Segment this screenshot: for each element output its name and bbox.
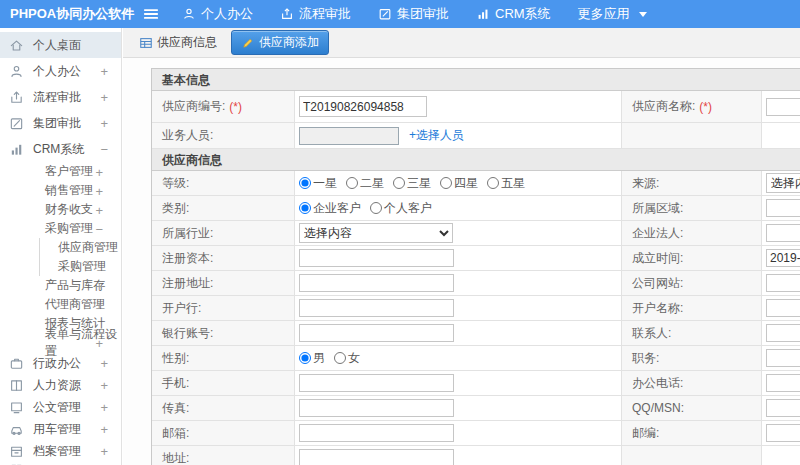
radio-category[interactable] xyxy=(370,202,382,214)
expander-icon[interactable]: + xyxy=(100,90,108,105)
tab-supplier-info[interactable]: 供应商信息 xyxy=(135,30,221,55)
radio-option-gender-0[interactable]: 男 xyxy=(299,350,325,367)
label-category: 类别: xyxy=(162,200,189,217)
field-business-staff-input[interactable] xyxy=(299,127,399,145)
radio-gender[interactable] xyxy=(334,352,346,364)
topnav-workflow-approval[interactable]: 流程审批 xyxy=(280,5,351,23)
label-company-website: 公司网站: xyxy=(632,275,683,292)
expander-icon[interactable]: + xyxy=(95,297,103,312)
sidebar-item-流程审批[interactable]: 流程审批+ xyxy=(0,84,121,110)
sidebar-item-label: 客户管理 xyxy=(45,163,93,180)
field-founding-date-input[interactable] xyxy=(766,249,800,267)
label-cell: 邮编: xyxy=(622,421,762,445)
sidebar-item-个人桌面[interactable]: 个人桌面 xyxy=(0,32,121,58)
sidebar-item-CRM系统[interactable]: CRM系统− xyxy=(0,136,121,162)
field-bank-branch-input[interactable] xyxy=(299,299,454,317)
field-cell xyxy=(295,321,622,345)
table-icon xyxy=(139,36,153,50)
sidebar-item-档案管理[interactable]: 档案管理+ xyxy=(0,440,121,462)
label-qq-msn: QQ/MSN: xyxy=(632,401,684,415)
expander-icon[interactable]: + xyxy=(100,400,108,415)
sidebar-item-销售管理[interactable]: 销售管理+ xyxy=(0,181,121,200)
radio-option-category-1[interactable]: 个人客户 xyxy=(370,200,432,217)
field-industry-select[interactable]: 选择内容 xyxy=(299,223,453,243)
sidebar-item-行政办公[interactable]: 行政办公+ xyxy=(0,352,121,374)
expander-icon[interactable]: + xyxy=(100,444,108,459)
field-office-phone-input[interactable] xyxy=(766,374,800,392)
sidebar-item-个人办公[interactable]: 个人办公+ xyxy=(0,58,121,84)
topnav-personal-office[interactable]: 个人办公 xyxy=(182,5,253,23)
sidebar-item-人力资源[interactable]: 人力资源+ xyxy=(0,374,121,396)
radio-option-category-0[interactable]: 企业客户 xyxy=(299,200,361,217)
radio-category[interactable] xyxy=(299,202,311,214)
sidebar-item-用车管理[interactable]: 用车管理+ xyxy=(0,418,121,440)
field-source-select[interactable]: 选择内容 xyxy=(766,173,800,193)
field-account-name-input[interactable] xyxy=(766,299,800,317)
pencil-icon xyxy=(241,36,255,50)
sidebar-item-客户管理[interactable]: 客户管理+ xyxy=(0,162,121,181)
radio-gender[interactable] xyxy=(299,352,311,364)
field-region-input[interactable] xyxy=(766,199,800,217)
radio-option-level-0[interactable]: 一星 xyxy=(299,175,337,192)
topnav-group-approval[interactable]: 集团审批 xyxy=(378,5,449,23)
label-source: 来源: xyxy=(632,175,659,192)
radio-option-level-1[interactable]: 二星 xyxy=(346,175,384,192)
field-address-input[interactable] xyxy=(299,449,454,465)
field-position-input[interactable] xyxy=(766,349,800,367)
topnav-more-apps[interactable]: 更多应用 xyxy=(578,5,647,23)
field-registered-address-input[interactable] xyxy=(299,274,454,292)
expander-icon[interactable]: + xyxy=(100,356,108,371)
expander-icon[interactable]: + xyxy=(95,202,103,217)
radio-level[interactable] xyxy=(487,177,499,189)
field-email-input[interactable] xyxy=(299,424,454,442)
sidebar-item-集团审批[interactable]: 集团审批+ xyxy=(0,110,121,136)
field-supplier-name-input[interactable] xyxy=(766,98,800,116)
radio-option-level-3[interactable]: 四星 xyxy=(440,175,478,192)
sidebar-item-供应商管理[interactable]: 供应商管理 xyxy=(39,238,121,257)
sidebar-item-产品与库存[interactable]: 产品与库存+ xyxy=(0,276,121,295)
sidebar-item-财务收支[interactable]: 财务收支+ xyxy=(0,200,121,219)
field-cell xyxy=(295,396,622,420)
radio-option-gender-1[interactable]: 女 xyxy=(334,350,360,367)
expander-icon[interactable]: + xyxy=(100,378,108,393)
field-mobile-input[interactable] xyxy=(299,374,454,392)
field-company-website-input[interactable] xyxy=(766,274,800,292)
radio-level[interactable] xyxy=(346,177,358,189)
field-registered-capital-input[interactable] xyxy=(299,249,454,267)
expander-icon[interactable]: + xyxy=(100,64,108,79)
tab-supplier-add[interactable]: 供应商添加 xyxy=(231,30,329,55)
label-legal-person: 企业法人: xyxy=(632,225,683,242)
sidebar-item-代理商管理[interactable]: 代理商管理+ xyxy=(0,295,121,314)
sidebar-item-公文管理[interactable]: 公文管理+ xyxy=(0,396,121,418)
expander-icon[interactable]: + xyxy=(100,116,108,131)
field-fax-input[interactable] xyxy=(299,399,454,417)
sidebar-item-表单与流程设置[interactable]: 表单与流程设置+ xyxy=(0,333,121,352)
radio-level[interactable] xyxy=(440,177,452,189)
radio-level[interactable] xyxy=(393,177,405,189)
radio-level[interactable] xyxy=(299,177,311,189)
pick-person-link[interactable]: +选择人员 xyxy=(409,127,464,144)
radio-option-level-4[interactable]: 五星 xyxy=(487,175,525,192)
field-qq-msn-input[interactable] xyxy=(766,399,800,417)
hamburger-icon[interactable] xyxy=(142,5,160,23)
expander-icon[interactable]: + xyxy=(95,164,103,179)
form-row-registered-address: 注册地址:公司网站: xyxy=(152,271,800,296)
expander-icon[interactable]: + xyxy=(95,335,103,350)
expander-icon[interactable]: − xyxy=(100,142,108,157)
sidebar-item-采购管理[interactable]: 采购管理− xyxy=(0,219,121,238)
sidebar-item-采购管理[interactable]: 采购管理 xyxy=(39,257,121,276)
sidebar-item-label: 财务收支 xyxy=(45,201,93,218)
expander-icon[interactable]: − xyxy=(95,221,103,236)
expander-icon[interactable]: + xyxy=(95,278,103,293)
field-legal-person-input[interactable] xyxy=(766,224,800,242)
field-zip-code-input[interactable] xyxy=(766,424,800,442)
radio-option-level-2[interactable]: 三星 xyxy=(393,175,431,192)
topnav-crm-system[interactable]: CRM系统 xyxy=(476,5,551,23)
field-bank-account-input[interactable] xyxy=(299,324,454,342)
flow-icon xyxy=(9,90,24,105)
expander-icon[interactable]: + xyxy=(100,422,108,437)
field-contact-person-input[interactable] xyxy=(766,324,800,342)
field-supplier-code-input[interactable] xyxy=(299,96,427,117)
home-icon xyxy=(9,38,24,53)
expander-icon[interactable]: + xyxy=(95,183,103,198)
